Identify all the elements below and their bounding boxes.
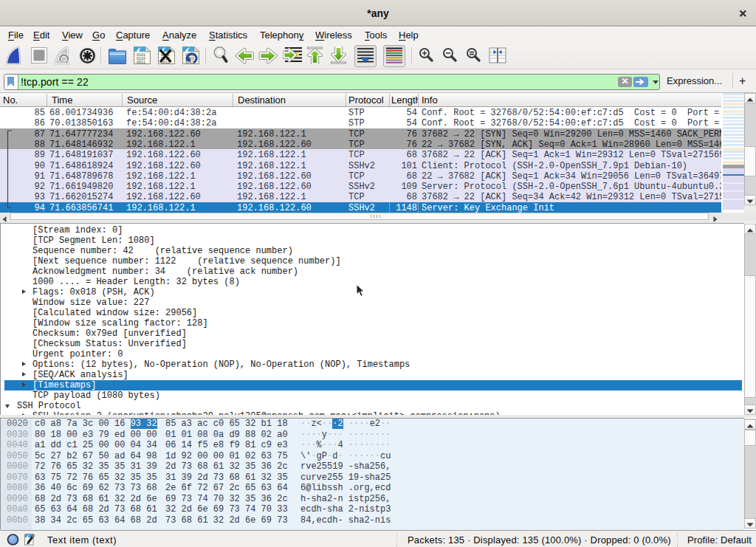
svg-text:0011: 0011 <box>137 61 145 65</box>
